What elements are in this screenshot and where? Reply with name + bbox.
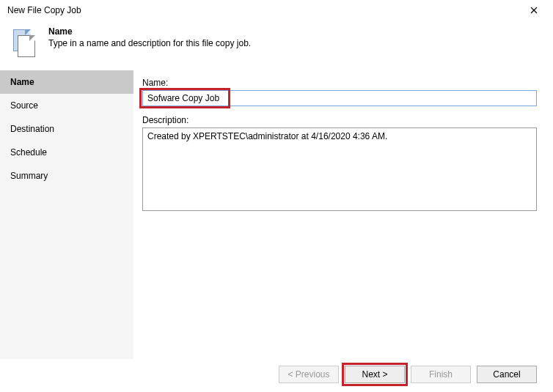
header-title: Name (48, 26, 251, 37)
dialog-body: Name Source Destination Schedule Summary… (0, 70, 553, 359)
name-input[interactable] (142, 90, 537, 106)
wizard-sidebar: Name Source Destination Schedule Summary (0, 70, 133, 359)
cancel-button[interactable]: Cancel (477, 366, 537, 383)
sidebar-item-summary[interactable]: Summary (0, 164, 133, 188)
finish-button: Finish (411, 366, 471, 383)
sidebar-item-source[interactable]: Source (0, 94, 133, 117)
previous-button: < Previous (279, 366, 339, 383)
sidebar-item-destination[interactable]: Destination (0, 117, 133, 141)
next-button[interactable]: Next > (345, 366, 405, 383)
description-input[interactable] (142, 127, 537, 211)
sidebar-item-name[interactable]: Name (0, 70, 133, 94)
close-button[interactable] (521, 0, 547, 21)
close-icon (530, 7, 538, 14)
window-title: New File Copy Job (7, 5, 81, 15)
name-label: Name: (142, 78, 537, 88)
titlebar: New File Copy Job (0, 0, 553, 21)
dialog-footer: < Previous Next > Finish Cancel (0, 357, 553, 392)
dialog-header: Name Type in a name and description for … (0, 21, 553, 70)
header-description: Type in a name and description for this … (48, 38, 251, 48)
description-label: Description: (142, 115, 537, 125)
header-text: Name Type in a name and description for … (48, 26, 251, 48)
sidebar-item-schedule[interactable]: Schedule (0, 141, 133, 164)
file-copy-icon (10, 28, 38, 60)
main-panel: Name: Description: (133, 70, 553, 359)
